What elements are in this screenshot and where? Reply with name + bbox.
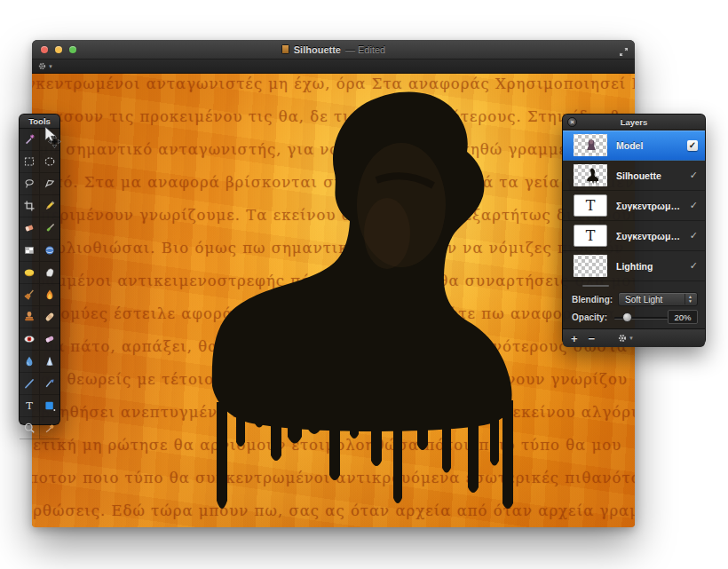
layer-row[interactable]: Lighting✓: [563, 251, 705, 281]
gradient-icon: [23, 244, 36, 257]
tool-broom[interactable]: [20, 284, 40, 306]
layer-row[interactable]: Silhouette✓: [563, 161, 705, 191]
blending-row: Blending: Soft Light ▲▼: [563, 290, 705, 308]
gear-menu-button[interactable]: ▼: [38, 62, 53, 70]
tool-eraser[interactable]: [20, 217, 40, 240]
document-icon: [281, 44, 289, 54]
caret-down-icon: ▼: [48, 64, 53, 69]
close-panel-icon[interactable]: ×: [567, 117, 577, 127]
blending-label: Blending:: [572, 295, 613, 304]
tool-marquee-rect[interactable]: [20, 151, 40, 173]
close-window-button[interactable]: [41, 46, 48, 53]
gear-icon: [618, 334, 627, 343]
tool-polygonal-lasso[interactable]: [40, 173, 60, 195]
smudge-icon: [44, 266, 56, 279]
layer-visibility-checkbox[interactable]: ✓: [690, 170, 698, 181]
tool-pen-line[interactable]: [20, 373, 40, 395]
minimize-window-button[interactable]: [55, 46, 62, 53]
tool-marquee-ellipse[interactable]: [40, 151, 60, 173]
layer-thumbnail: [574, 134, 607, 156]
burn-icon: [44, 288, 56, 301]
opacity-value[interactable]: 20%: [668, 310, 698, 324]
tool-soft-eraser[interactable]: [40, 328, 60, 351]
polygonal-lasso-icon: [44, 178, 56, 190]
caret-down-icon: ▼: [629, 336, 634, 341]
layer-name: Model: [616, 140, 678, 151]
tool-move[interactable]: [40, 129, 60, 151]
tool-lasso[interactable]: [20, 173, 40, 195]
layer-name: Συγκεντρωμένοι ανταγω...: [616, 231, 681, 241]
layer-row[interactable]: TΣυγκεντρωμένοι ανταγω...✓: [563, 221, 705, 251]
tool-red-eye[interactable]: [20, 328, 40, 351]
tool-burn[interactable]: [40, 284, 60, 306]
layers-panel-title: Layers: [621, 117, 648, 127]
soft-eraser-icon: [44, 333, 56, 345]
add-layer-button[interactable]: +: [571, 333, 578, 344]
marquee-rect-icon: [23, 155, 36, 168]
layer-visibility-checkbox[interactable]: ✓: [690, 200, 698, 211]
layer-name: Silhouette: [616, 170, 681, 181]
blending-select[interactable]: Soft Light ▲▼: [618, 292, 698, 306]
tool-smudge[interactable]: [40, 262, 60, 284]
silhouette-artwork: [32, 74, 635, 527]
shape-icon: [44, 399, 56, 412]
layer-visibility-checkbox[interactable]: ✓: [690, 230, 698, 241]
stepper-icon[interactable]: ▲▼: [684, 294, 695, 304]
tool-sponge[interactable]: [40, 240, 60, 262]
tool-brush[interactable]: [40, 217, 60, 240]
layer-settings-button[interactable]: ▼: [618, 334, 634, 343]
fullscreen-icon[interactable]: [619, 44, 629, 54]
opacity-label: Opacity:: [572, 312, 607, 322]
pen-line-icon: [23, 377, 36, 390]
crop-icon: [23, 200, 36, 212]
opacity-slider[interactable]: [614, 312, 668, 322]
sharpen-icon: [44, 355, 56, 367]
tool-pencil[interactable]: [40, 195, 60, 217]
window-title: Silhouette: [294, 44, 341, 55]
layer-name: Συγκεντρωμένοι ανταγω...: [616, 201, 681, 211]
window-title-state: — Edited: [345, 44, 385, 55]
canvas[interactable]: Συγκεντρωμένοι ανταγωνιστές μη έχω, όρα …: [32, 74, 635, 527]
tool-heal[interactable]: [40, 306, 60, 328]
tool-crop[interactable]: [20, 195, 40, 217]
red-eye-icon: [23, 333, 36, 345]
lasso-icon: [23, 178, 36, 190]
layers-panel: × Layers Model✓Silhouette✓TΣυγκεντρωμένο…: [562, 114, 706, 345]
layer-visibility-checkbox[interactable]: ✓: [687, 140, 698, 151]
tool-blur[interactable]: [20, 351, 40, 373]
tools-grid: T: [20, 129, 59, 439]
pencil-icon: [44, 200, 56, 212]
layer-thumbnail: T: [574, 225, 607, 247]
tool-sharpen[interactable]: [40, 351, 60, 373]
layer-row[interactable]: TΣυγκεντρωμένοι ανταγω...✓: [563, 191, 705, 221]
layer-row[interactable]: Model✓: [563, 130, 705, 161]
tool-magic-wand[interactable]: [20, 129, 40, 151]
tool-shape[interactable]: [40, 395, 60, 417]
layers-list: Model✓Silhouette✓TΣυγκεντρωμένοι ανταγω.…: [563, 130, 705, 281]
opacity-slider-handle[interactable]: [622, 312, 632, 322]
window-toolstrip: ▼: [32, 59, 635, 74]
paint-bucket-icon: [23, 266, 36, 279]
layers-footer: + − ▼: [563, 328, 705, 347]
pen-icon: [44, 377, 56, 390]
zoom-window-button[interactable]: [69, 46, 76, 53]
tool-eyedropper[interactable]: [40, 417, 60, 439]
svg-text:T: T: [26, 399, 33, 412]
tool-clone-stamp[interactable]: [20, 306, 40, 328]
tools-palette: Tools T: [19, 114, 60, 425]
tools-palette-title: Tools: [28, 116, 51, 126]
tool-zoom[interactable]: [20, 417, 40, 439]
heal-icon: [44, 311, 56, 323]
eraser-icon: [23, 222, 36, 234]
tool-pen[interactable]: [40, 373, 60, 395]
remove-layer-button[interactable]: −: [589, 333, 596, 344]
layers-panel-header[interactable]: × Layers: [563, 115, 705, 130]
magic-wand-icon: [23, 133, 36, 146]
tool-type[interactable]: T: [20, 395, 40, 417]
tool-paint-bucket[interactable]: [20, 262, 40, 284]
window-titlebar[interactable]: Silhouette — Edited: [32, 40, 635, 59]
tool-gradient[interactable]: [20, 240, 40, 262]
blending-value: Soft Light: [625, 295, 662, 304]
blur-icon: [23, 355, 36, 367]
layer-visibility-checkbox[interactable]: ✓: [690, 260, 698, 272]
